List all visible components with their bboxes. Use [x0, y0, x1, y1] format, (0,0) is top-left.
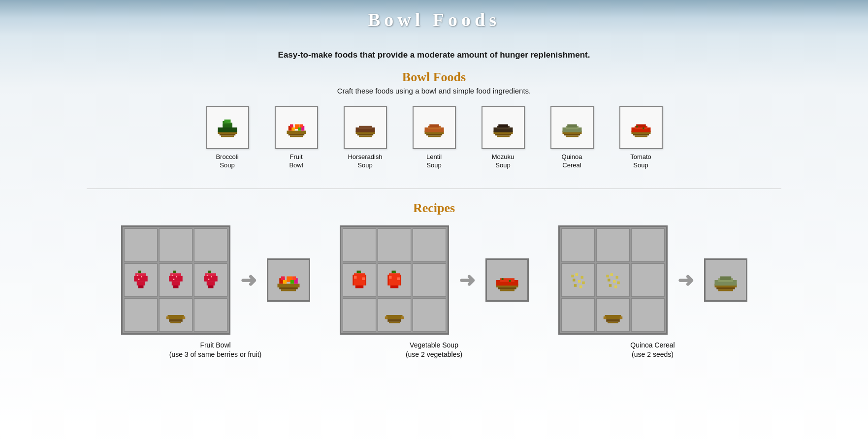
svg-rect-50: [138, 271, 141, 274]
food-icon-fruit: [275, 106, 318, 149]
svg-rect-106: [385, 316, 387, 319]
svg-rect-97: [393, 272, 396, 273]
svg-rect-101: [389, 276, 392, 279]
svg-rect-73: [208, 279, 209, 280]
svg-rect-17: [299, 125, 303, 128]
food-name-lentil: LentilSoup: [426, 153, 442, 170]
food-name-mozuku: MozukuSoup: [492, 153, 514, 170]
craft-cell-v-1-3: [413, 228, 446, 262]
recipe-result-quinoa: [704, 258, 747, 302]
svg-rect-102: [397, 277, 400, 280]
svg-rect-79: [277, 284, 299, 287]
food-icon-tomato-soup: [619, 106, 663, 149]
svg-rect-132: [606, 319, 620, 322]
page-subtitle: Easy-to-make foods that provide a modera…: [0, 50, 868, 60]
svg-rect-85: [283, 280, 287, 284]
craft-cell-q-2-1: [561, 263, 595, 297]
craft-cell-v-2-2: [378, 263, 411, 297]
recipe-result-fruit: [267, 258, 310, 302]
svg-rect-107: [401, 316, 404, 319]
recipe-quinoa-cereal: ➜ Quinoa Cereal (use 2 seeds): [558, 225, 747, 360]
bowl-foods-subtitle: Craft these foods using a bowl and simpl…: [337, 87, 531, 95]
section-divider: [87, 189, 781, 189]
food-icon-lentil: [413, 106, 456, 149]
svg-rect-81: [281, 289, 296, 291]
recipe-veg-visual: ➜: [340, 225, 529, 335]
svg-rect-77: [166, 316, 169, 319]
svg-rect-123: [606, 275, 609, 278]
svg-rect-126: [608, 279, 611, 282]
svg-rect-34: [498, 125, 503, 128]
svg-rect-115: [571, 275, 574, 278]
svg-rect-65: [173, 279, 174, 280]
craft-cell-v-2-1: [343, 263, 376, 297]
svg-rect-6: [224, 120, 230, 123]
svg-rect-133: [608, 322, 618, 323]
food-item-mozuku: MozukuSoup: [476, 106, 530, 170]
svg-rect-61: [171, 282, 180, 285]
craft-cell-q-2-3: [631, 263, 665, 297]
svg-rect-129: [609, 284, 611, 287]
svg-rect-71: [206, 275, 208, 276]
svg-rect-76: [170, 322, 181, 323]
svg-rect-124: [610, 273, 613, 276]
recipe-label-quinoa: Quinoa Cereal (use 2 seeds): [630, 341, 675, 360]
craft-cell-3-3: [194, 298, 227, 332]
svg-rect-120: [582, 282, 585, 284]
svg-rect-55: [136, 275, 138, 276]
svg-rect-64: [176, 276, 177, 278]
recipe-quinoa-visual: ➜: [558, 225, 747, 335]
food-icon-quinoa: [550, 106, 594, 149]
craft-cell-q-1-3: [631, 228, 665, 262]
food-items-row: BroccoliSoup F: [200, 106, 668, 170]
recipes-section: Recipes: [0, 201, 868, 379]
svg-rect-37: [564, 134, 580, 135]
craft-grid-veg: [340, 225, 449, 335]
recipes-row: ➜: [121, 225, 747, 360]
svg-rect-57: [138, 279, 139, 280]
craft-cell-v-3-2: [378, 298, 411, 332]
svg-rect-25: [428, 135, 441, 137]
craft-cell-v-2-3: [413, 263, 446, 297]
page-header: Bowl Foods: [0, 0, 868, 36]
craft-cell-q-3-1: [561, 298, 595, 332]
svg-rect-24: [426, 134, 442, 135]
svg-rect-127: [613, 280, 616, 283]
svg-rect-7: [223, 125, 232, 128]
craft-cell-3-1: [124, 298, 158, 332]
svg-rect-114: [509, 280, 511, 282]
svg-rect-28: [429, 125, 439, 128]
svg-rect-48: [636, 126, 638, 127]
recipe-arrow-fruit: ➜: [240, 269, 257, 291]
recipe-arrow-veg: ➜: [459, 269, 476, 291]
food-name-tomato-soup: TomatoSoup: [630, 153, 651, 170]
svg-rect-56: [141, 276, 142, 278]
svg-rect-130: [614, 285, 617, 288]
svg-rect-121: [574, 284, 577, 287]
svg-rect-15: [298, 127, 301, 131]
svg-rect-80: [279, 287, 298, 289]
svg-rect-93: [355, 285, 363, 288]
craft-cell-q-3-2: [596, 298, 630, 332]
svg-rect-62: [173, 285, 178, 288]
food-icon-broccoli: [206, 106, 249, 149]
craft-grid-fruit: [121, 225, 230, 335]
craft-cell-2-1: [124, 263, 158, 297]
craft-cell-1-1: [124, 228, 158, 262]
svg-rect-122: [579, 285, 582, 288]
food-item-quinoa: QuinoaCereal: [545, 106, 599, 170]
craft-cell-v-1-1: [343, 228, 376, 262]
craft-cell-1-2: [159, 228, 193, 262]
svg-rect-86: [290, 280, 294, 284]
svg-rect-20: [359, 135, 372, 137]
craft-cell-q-2-2: [596, 263, 630, 297]
svg-rect-135: [619, 316, 622, 319]
svg-rect-8: [287, 131, 306, 134]
food-item-fruit: FruitBowl: [269, 106, 323, 170]
svg-rect-9: [288, 134, 304, 135]
svg-rect-38: [566, 135, 579, 137]
svg-rect-31: [497, 135, 510, 137]
svg-rect-3: [218, 127, 237, 132]
craft-cell-q-1-1: [561, 228, 595, 262]
svg-rect-75: [169, 319, 183, 322]
